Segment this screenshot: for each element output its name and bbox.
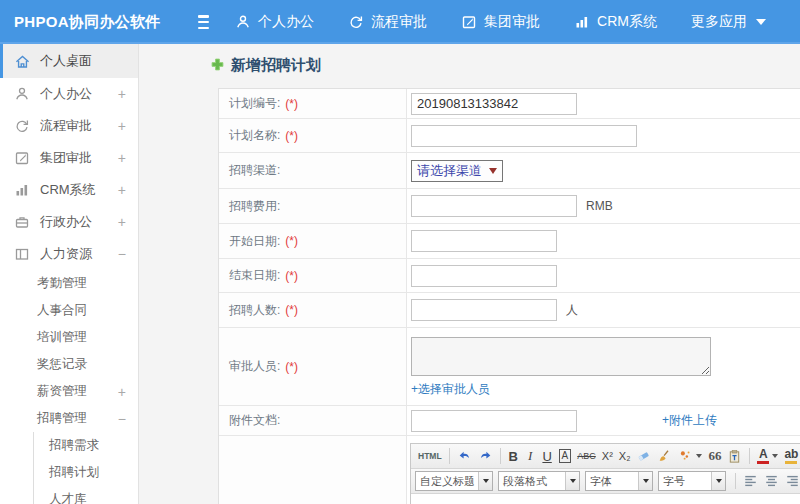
bar-chart-icon: [14, 182, 31, 199]
paint-format-button[interactable]: [676, 446, 704, 466]
field-label: 审批人员:: [229, 358, 280, 375]
editor-content-area[interactable]: [411, 494, 800, 504]
sidebar-item-crm-system[interactable]: CRM系统 +: [0, 174, 138, 206]
expand-plus-icon[interactable]: +: [118, 384, 126, 400]
eraser-icon: [636, 449, 651, 463]
sidebar-item-recruitment-demand[interactable]: 招聘需求: [34, 432, 138, 459]
combo-caret-icon[interactable]: [711, 472, 725, 490]
editor-toolbar-row-1: HTML B I U A: [411, 444, 800, 469]
edit-approval-icon: [14, 150, 31, 167]
headcount-input[interactable]: [411, 299, 557, 321]
attachment-upload-link[interactable]: +附件上传: [662, 412, 717, 429]
sidebar-item-label: 招聘计划: [49, 464, 126, 481]
combo-caret-icon[interactable]: [565, 472, 579, 490]
sidebar-item-label: 流程审批: [40, 117, 118, 135]
start-date-input[interactable]: [411, 230, 557, 252]
sidebar-item-salary-management[interactable]: 薪资管理 +: [0, 378, 138, 405]
sidebar-item-reward-punishment[interactable]: 奖惩记录: [0, 351, 138, 378]
nav-crm-system[interactable]: CRM系统: [574, 13, 657, 31]
sidebar-item-talent-pool[interactable]: 人才库: [34, 486, 138, 504]
edit-approval-icon: [461, 14, 477, 30]
sidebar-item-group-approval[interactable]: 集团审批 +: [0, 142, 138, 174]
strikethrough-button[interactable]: ABC: [575, 446, 598, 466]
expand-plus-icon[interactable]: +: [118, 182, 126, 198]
attachment-input[interactable]: [411, 410, 577, 432]
field-label: 附件文档:: [229, 412, 280, 429]
sidebar-item-label: 人力资源: [40, 245, 118, 263]
plan-number-input[interactable]: [411, 93, 577, 115]
book-icon: [14, 246, 31, 263]
sidebar-item-label: 行政办公: [40, 213, 118, 231]
select-approvers-link[interactable]: +选择审批人员: [411, 381, 490, 398]
sidebar-item-admin-office[interactable]: 行政办公 +: [0, 206, 138, 238]
sidebar-item-label: 个人桌面: [40, 52, 126, 70]
collapse-minus-icon[interactable]: −: [118, 411, 126, 427]
font-style-button[interactable]: A: [557, 446, 574, 466]
sidebar-item-label: 人事合同: [37, 302, 126, 319]
font-color-swatch: [757, 461, 769, 464]
paragraph-format-select[interactable]: 段落格式: [498, 471, 580, 491]
undo-button[interactable]: [455, 446, 474, 466]
combo-caret-icon[interactable]: [638, 472, 652, 490]
clean-format-button[interactable]: [655, 446, 674, 466]
field-label: 招聘人数:: [229, 302, 280, 319]
approvers-textarea[interactable]: [411, 337, 711, 376]
font-family-select[interactable]: 字体: [585, 471, 653, 491]
sidebar-item-personnel-contract[interactable]: 人事合同: [0, 297, 138, 324]
collapse-minus-icon[interactable]: −: [118, 246, 126, 262]
font-color-button[interactable]: A: [755, 446, 780, 466]
app-window: PHPOA协同办公软件 个人办公 流程审批 集团审批: [0, 0, 800, 504]
superscript-button[interactable]: X²: [600, 446, 615, 466]
highlight-color-button[interactable]: ab: [782, 446, 800, 466]
toolbar-separator: [500, 448, 501, 464]
custom-heading-select[interactable]: 自定义标题: [415, 471, 493, 491]
combo-caret-icon[interactable]: [478, 472, 492, 490]
align-center-button[interactable]: [762, 471, 781, 491]
sidebar-item-label: CRM系统: [40, 181, 118, 199]
plan-name-input[interactable]: [411, 125, 637, 147]
paste-as-text-button[interactable]: [725, 446, 744, 466]
nav-personal-office[interactable]: 个人办公: [235, 13, 314, 31]
menu-toggle-icon[interactable]: [198, 15, 209, 29]
rich-text-editor: HTML B I U A: [410, 443, 800, 504]
form-row-channel: 招聘渠道: 请选择渠道: [219, 153, 800, 189]
channel-select[interactable]: 请选择渠道: [411, 160, 503, 182]
expand-plus-icon[interactable]: +: [118, 214, 126, 230]
sidebar-item-training-management[interactable]: 培训管理: [0, 324, 138, 351]
nav-group-approval[interactable]: 集团审批: [461, 13, 540, 31]
expand-plus-icon[interactable]: +: [118, 86, 126, 102]
sidebar-item-personal-office[interactable]: 个人办公 +: [0, 78, 138, 110]
nav-more-apps[interactable]: 更多应用: [691, 13, 766, 31]
sidebar-item-label: 个人办公: [40, 85, 118, 103]
sidebar-item-human-resources[interactable]: 人力资源 −: [0, 238, 138, 270]
toolbar-separator: [449, 448, 450, 464]
sidebar-item-recruitment-management[interactable]: 招聘管理 −: [0, 405, 138, 432]
expand-plus-icon[interactable]: +: [118, 150, 126, 166]
italic-button[interactable]: I: [523, 446, 538, 466]
underline-button[interactable]: U: [540, 446, 555, 466]
workflow-icon: [348, 14, 364, 30]
sidebar-item-attendance-management[interactable]: 考勤管理: [0, 270, 138, 297]
blockquote-button[interactable]: 66: [706, 446, 723, 466]
expand-plus-icon[interactable]: +: [118, 118, 126, 134]
bold-button[interactable]: B: [506, 446, 521, 466]
subscript-button[interactable]: X₂: [617, 446, 633, 466]
cost-input[interactable]: [411, 195, 577, 217]
html-source-button[interactable]: HTML: [416, 446, 444, 466]
nav-process-approval[interactable]: 流程审批: [348, 13, 427, 31]
sidebar-item-recruitment-plan[interactable]: 招聘计划: [34, 459, 138, 486]
eraser-button[interactable]: [634, 446, 653, 466]
font-size-select[interactable]: 字号: [658, 471, 726, 491]
end-date-input[interactable]: [411, 265, 557, 287]
sidebar-item-personal-desktop[interactable]: 个人桌面: [0, 44, 138, 78]
caret-down-icon: [772, 454, 778, 458]
user-icon: [235, 14, 251, 30]
app-logo[interactable]: PHPOA协同办公软件: [0, 13, 172, 32]
top-nav-menu: 个人办公 流程审批 集团审批 CRM系统 更多应用: [235, 13, 800, 31]
redo-button[interactable]: [476, 446, 495, 466]
align-right-button[interactable]: [783, 471, 800, 491]
align-left-button[interactable]: [741, 471, 760, 491]
sidebar-item-process-approval[interactable]: 流程审批 +: [0, 110, 138, 142]
combo-value: 字号: [659, 472, 711, 490]
sidebar-item-label: 薪资管理: [37, 383, 118, 400]
